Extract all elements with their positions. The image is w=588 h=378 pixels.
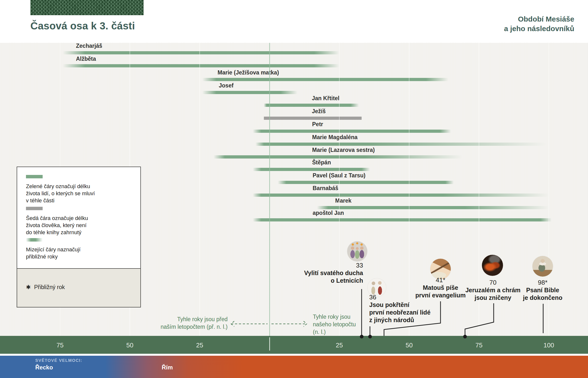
lifespan-bar bbox=[253, 218, 552, 221]
lifespan-bar bbox=[278, 181, 454, 184]
lifespan-bar bbox=[264, 104, 359, 107]
event-caption-line: Jsou pokřtění bbox=[369, 301, 430, 309]
lifespan-bar bbox=[253, 130, 451, 133]
axis-bottom-gap bbox=[0, 354, 588, 356]
asterisk-icon: ✱ bbox=[26, 284, 31, 290]
legend-footnote: ✱Přibližný rok bbox=[17, 268, 140, 307]
axis-tick-label: 100 bbox=[543, 341, 554, 349]
gridline-year-25 bbox=[200, 43, 200, 336]
person-label: Petr bbox=[312, 121, 323, 128]
axis-tick-label: 25 bbox=[336, 341, 343, 349]
event-caption-line: Jeruzalém a chrám bbox=[465, 286, 520, 294]
event-year: 41* bbox=[415, 276, 466, 284]
person-label: Josef bbox=[219, 82, 233, 89]
lifespan-bar bbox=[202, 91, 297, 94]
person-label: Marie Magdaléna bbox=[312, 134, 358, 141]
event-caption: 98*Psaní Bibleje dokončeno bbox=[523, 279, 562, 302]
legend-item-fading: Mizející čáry naznačují přibližné roky bbox=[26, 238, 131, 260]
lifespan-bar bbox=[202, 78, 448, 81]
ce-era-label: Tyhle roky jsou našeho letopočtu (n. l.) bbox=[313, 313, 356, 336]
legend-text-fading: Mizející čáry naznačují přibližné roky bbox=[26, 246, 131, 260]
lifespan-bar bbox=[253, 193, 549, 197]
pentecost-flames-image bbox=[347, 241, 367, 261]
axis-tick-label: 50 bbox=[406, 341, 413, 349]
event-year: 70 bbox=[465, 279, 520, 286]
person-label: Marie (Lazarova sestra) bbox=[312, 147, 375, 153]
event-caption-line: o Letnicích bbox=[304, 277, 363, 284]
lifespan-bar bbox=[317, 206, 549, 209]
axis-tick-label: 50 bbox=[126, 341, 134, 349]
event-year: 33 bbox=[304, 262, 363, 269]
lifespan-bar bbox=[255, 143, 546, 146]
event-year: 98* bbox=[523, 279, 562, 286]
year-axis-bar: 755025255075100 bbox=[0, 336, 588, 354]
timeline-infographic-page: Časová osa k 3. části Období Mesiáše a j… bbox=[0, 0, 588, 378]
lifespan-bar bbox=[264, 117, 362, 120]
decorative-pattern-banner bbox=[30, 0, 144, 15]
event-caption: 41*Matouš píšeprvní evangelium bbox=[415, 276, 466, 299]
person-label: Barnabáš bbox=[313, 185, 338, 191]
legend-item-green: Zelené čáry označují délku života lidí, … bbox=[26, 175, 131, 204]
event-caption-line: první neobřezaní lidé bbox=[369, 309, 430, 316]
axis-tick-label: 75 bbox=[57, 341, 64, 349]
axis-tick-label: 25 bbox=[196, 341, 203, 349]
john-writing-image bbox=[532, 256, 553, 277]
world-power-name: Řecko bbox=[35, 364, 53, 371]
bce-ce-divider bbox=[269, 337, 270, 351]
world-power-name: Řím bbox=[162, 364, 173, 371]
timeline-plot-area: Zelené čáry označují délku života lidí, … bbox=[0, 43, 588, 336]
world-powers-strip: SVĚTOVÉ VELMOCI: ŘeckoŘím bbox=[0, 356, 588, 378]
event-caption-line: první evangelium bbox=[415, 292, 466, 299]
legend-text-gray: Šedá čára označuje délku života člověka,… bbox=[26, 215, 131, 236]
world-powers-label: SVĚTOVÉ VELMOCI: bbox=[35, 358, 82, 363]
legend-box: Zelené čáry označují délku života lidí, … bbox=[17, 167, 141, 308]
bce-era-label: Tyhle roky jsou před naším letopočtem (p… bbox=[160, 315, 227, 331]
person-label: Ježíš bbox=[312, 108, 326, 115]
gridline-year-25 bbox=[339, 43, 340, 336]
gridline-year-50 bbox=[409, 43, 409, 336]
axis-tick-label: 75 bbox=[476, 341, 483, 349]
person-label: Štěpán bbox=[312, 159, 331, 166]
event-caption-line: z jiných národů bbox=[369, 316, 430, 324]
lifespan-bar bbox=[253, 168, 370, 171]
page-header: Časová osa k 3. části Období Mesiáše a j… bbox=[0, 0, 588, 43]
person-label: Zecharjáš bbox=[76, 43, 102, 49]
person-label: Marek bbox=[335, 197, 351, 204]
green-solid-swatch-icon bbox=[26, 175, 43, 178]
person-label: Jan Křtitel bbox=[312, 95, 339, 102]
jerusalem-burning-image bbox=[482, 255, 503, 276]
event-caption-line: Matouš píše bbox=[415, 284, 466, 292]
lifespan-bar bbox=[63, 51, 339, 54]
event-caption-line: Psaní Bible bbox=[523, 286, 562, 294]
event-caption-line: jsou zničeny bbox=[465, 294, 520, 302]
legend-item-gray: Šedá čára označuje délku života člověka,… bbox=[26, 207, 131, 236]
lifespan-bar bbox=[214, 155, 462, 159]
year-zero-line bbox=[269, 43, 270, 336]
lifespan-bar bbox=[63, 64, 339, 67]
page-title: Časová osa k 3. části bbox=[30, 20, 135, 32]
gray-swatch-icon bbox=[26, 207, 43, 210]
event-caption: 70Jeruzalém a chrámjsou zničeny bbox=[465, 279, 520, 302]
footnote-text: Přibližný rok bbox=[34, 284, 65, 290]
event-caption: 33Vylití svatého duchao Letnicích bbox=[304, 262, 363, 284]
event-caption-line: Vylití svatého ducha bbox=[304, 269, 363, 277]
period-subtitle: Období Mesiáše a jeho následovníků bbox=[504, 14, 574, 33]
event-caption-line: je dokončeno bbox=[523, 294, 562, 302]
fading-green-swatch-icon bbox=[26, 238, 43, 242]
legend-text-green: Zelené čáry označují délku života lidí, … bbox=[26, 183, 131, 204]
person-label: Alžběta bbox=[76, 56, 96, 62]
